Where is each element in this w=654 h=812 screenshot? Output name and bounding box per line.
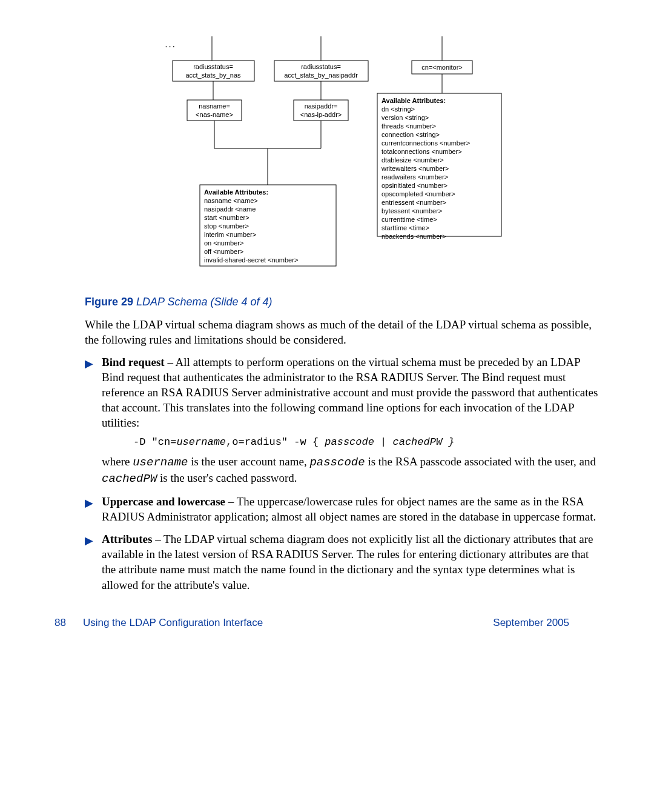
svg-text:radiusstatus=: radiusstatus= [301,63,341,70]
triangle-icon: ▶ [85,496,93,524]
ldap-schema-diagram: .b { fill: #fff; stroke: #000; stroke-wi… [154,36,530,285]
bullet-term: Bind request [102,356,165,368]
svg-text:bytessent <number>: bytessent <number> [382,207,442,215]
bullet-sub-paragraph: where username is the user account name,… [102,454,600,487]
svg-text:invalid-shared-secret <number>: invalid-shared-secret <number> [204,256,298,264]
svg-text:nasipaddr=: nasipaddr= [305,102,338,110]
svg-text:acct_stats_by_nasipaddr: acct_stats_by_nasipaddr [284,72,358,79]
bullet-uppercase: ▶ Uppercase and lowercase – The uppercas… [85,494,600,524]
bullet-term: Uppercase and lowercase [102,495,225,508]
intro-paragraph: While the LDAP virtual schema diagram sh… [85,317,600,347]
svg-text:off <number>: off <number> [204,248,243,255]
triangle-icon: ▶ [85,534,93,592]
svg-text:radiusstatus=: radiusstatus= [193,63,233,70]
svg-text:start <number>: start <number> [204,214,249,221]
page-footer: 88 Using the LDAP Configuration Interfac… [54,617,569,629]
svg-text:readwaiters <number>: readwaiters <number> [382,173,448,181]
svg-text:Available Attributes:: Available Attributes: [204,188,268,196]
bullet-term: Attributes [102,533,152,545]
svg-text:cn=<monitor>: cn=<monitor> [421,64,463,71]
svg-text:totalconnections <number>: totalconnections <number> [382,148,462,155]
svg-text:dn <string>: dn <string> [382,105,415,113]
page-number: 88 [54,617,66,629]
svg-text:nbackends <number>: nbackends <number> [382,233,446,240]
svg-text:Available Attributes:: Available Attributes: [382,97,446,104]
svg-text:connection <string>: connection <string> [382,131,440,138]
figure-caption: Figure 29 LDAP Schema (Slide 4 of 4) [85,296,600,308]
svg-text:entriessent <number>: entriessent <number> [382,199,446,206]
caption-title: LDAP Schema (Slide 4 of 4) [136,296,272,308]
bullet-bind-request: ▶ Bind request – All attempts to perform… [85,354,600,487]
svg-text:nasname=: nasname= [199,102,230,110]
date-label: September 2005 [493,617,569,629]
bullet-attributes: ▶ Attributes – The LDAP virtual schema d… [85,531,600,592]
svg-text:currenttime <time>: currenttime <time> [382,216,437,223]
code-example: -D "cn=username,o=radius" -w { passcode … [133,436,600,449]
caption-label: Figure 29 [85,296,133,308]
svg-text:on <number>: on <number> [204,239,243,247]
bullet-text: – The LDAP virtual schema diagram does n… [102,533,593,591]
svg-text:starttime <time>: starttime <time> [382,224,429,231]
section-title: Using the LDAP Configuration Interface [83,617,263,629]
svg-text:opscompleted <number>: opscompleted <number> [382,190,455,198]
svg-text:dtablesize <number>: dtablesize <number> [382,156,444,164]
svg-text:threads <number>: threads <number> [382,122,436,130]
svg-text:<nas-ip-addr>: <nas-ip-addr> [300,111,342,118]
svg-text:nasipaddr <name: nasipaddr <name [204,205,256,213]
svg-text:opsinitiated <number>: opsinitiated <number> [382,182,448,189]
svg-text:interim <number>: interim <number> [204,231,256,238]
svg-text:currentconnections <number>: currentconnections <number> [382,139,470,147]
triangle-icon: ▶ [85,357,93,487]
svg-text:version <string>: version <string> [382,114,429,121]
svg-text:<nas-name>: <nas-name> [196,111,233,118]
svg-text:nasname <name>: nasname <name> [204,197,258,204]
svg-text:acct_stats_by_nas: acct_stats_by_nas [185,72,241,79]
svg-text:stop <number>: stop <number> [204,222,249,230]
bullet-text: – All attempts to perform operations on … [102,356,598,429]
svg-text:writewaiters <number>: writewaiters <number> [381,165,449,172]
ellipsis-text: . . . [165,41,174,48]
